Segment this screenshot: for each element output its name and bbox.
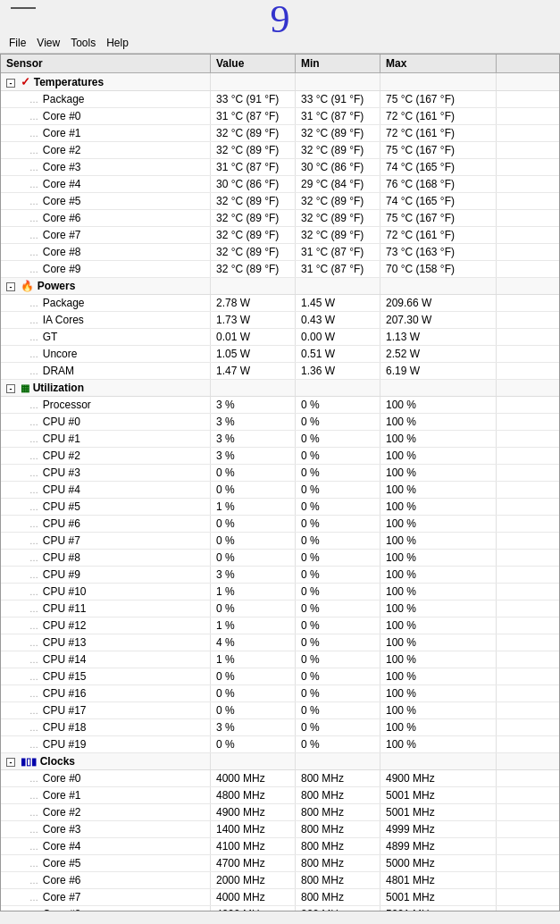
row-value-temperatures-6: 32 °C (89 °F): [211, 193, 296, 209]
tree-dots: …: [29, 180, 43, 189]
row-sensor-utilization-10: … CPU #9: [1, 567, 211, 583]
table-row: … Core #0 31 °C (87 °F) 31 °C (87 °F) 72…: [1, 108, 559, 125]
row-value-utilization-14: 4 %: [211, 634, 296, 651]
col-value: Value: [211, 55, 296, 72]
section-label-temperatures[interactable]: - ✓ Temperatures: [1, 73, 211, 90]
row-sensor-utilization-3: … CPU #2: [1, 448, 211, 464]
row-max-utilization-4: 100 %: [380, 465, 497, 481]
menu-file[interactable]: File: [4, 35, 31, 51]
tree-dots: …: [29, 417, 43, 427]
table-row: … CPU #5 1 % 0 % 100 %: [1, 499, 559, 516]
table-row: … CPU #13 4 % 0 % 100 %: [1, 634, 559, 651]
table-row: … Core #4 30 °C (86 °F) 29 °C (84 °F) 76…: [1, 176, 559, 193]
col-sensor: Sensor: [1, 55, 211, 72]
row-min-clocks-7: 800 MHz: [296, 889, 380, 905]
row-value-utilization-11: 1 %: [211, 584, 296, 600]
collapse-icon-powers[interactable]: -: [6, 282, 15, 291]
row-min-utilization-5: 0 %: [296, 482, 380, 498]
row-sensor-clocks-0: … Core #0: [1, 770, 211, 786]
table-row: … Core #7 4000 MHz 800 MHz 5001 MHz: [1, 889, 559, 906]
tree-dots: …: [29, 298, 43, 308]
row-sensor-utilization-6: … CPU #5: [1, 499, 211, 515]
row-value-utilization-17: 0 %: [211, 685, 296, 701]
section-max-powers: [380, 278, 497, 294]
section-label-clocks[interactable]: - ▮▯▮ Clocks: [1, 753, 211, 769]
row-max-utilization-5: 100 %: [380, 482, 497, 498]
tree-dots: …: [29, 655, 43, 665]
table-row: … CPU #6 0 % 0 % 100 %: [1, 516, 559, 533]
table-body[interactable]: - ✓ Temperatures … Package 33 °C (91 °F)…: [1, 73, 559, 911]
row-min-clocks-6: 800 MHz: [296, 872, 380, 888]
row-min-temperatures-6: 32 °C (89 °F): [296, 193, 380, 209]
row-max-temperatures-2: 72 °C (161 °F): [380, 125, 497, 141]
section-header-clocks: - ▮▯▮ Clocks: [1, 753, 559, 770]
tree-dots: …: [29, 231, 43, 240]
row-max-clocks-7: 5001 MHz: [380, 889, 497, 905]
table-row: … Core #2 32 °C (89 °F) 32 °C (89 °F) 75…: [1, 142, 559, 159]
row-sensor-temperatures-9: … Core #8: [1, 244, 211, 260]
row-max-powers-1: 207.30 W: [380, 312, 497, 328]
tree-dots: …: [29, 740, 43, 750]
row-value-powers-4: 1.47 W: [211, 363, 296, 379]
table-row: … CPU #8 0 % 0 % 100 %: [1, 550, 559, 567]
tree-dots: …: [29, 536, 43, 546]
menu-view[interactable]: View: [31, 35, 65, 51]
chip-icon: ▦: [21, 382, 29, 393]
tree-dots: …: [29, 332, 43, 342]
row-min-clocks-2: 800 MHz: [296, 804, 380, 820]
row-min-utilization-15: 0 %: [296, 651, 380, 668]
row-min-clocks-0: 800 MHz: [296, 770, 380, 786]
row-max-powers-0: 209.66 W: [380, 295, 497, 311]
row-max-utilization-12: 100 %: [380, 601, 497, 617]
menu-tools[interactable]: Tools: [65, 35, 101, 51]
table-row: … Core #8 32 °C (89 °F) 31 °C (87 °F) 73…: [1, 244, 559, 261]
table-row: … Core #6 2000 MHz 800 MHz 4801 MHz: [1, 872, 559, 889]
section-label-powers[interactable]: - 🔥 Powers: [1, 278, 211, 294]
table-header: Sensor Value Min Max: [1, 55, 559, 73]
table-row: … Core #3 1400 MHz 800 MHz 4999 MHz: [1, 821, 559, 838]
row-value-utilization-13: 1 %: [211, 617, 296, 634]
section-min-powers: [296, 278, 380, 294]
row-sensor-temperatures-10: … Core #9: [1, 261, 211, 277]
tree-dots: …: [29, 876, 43, 886]
table-row: … Core #5 4700 MHz 800 MHz 5000 MHz: [1, 855, 559, 872]
section-label-utilization[interactable]: - ▦ Utilization: [1, 380, 211, 396]
menu-help[interactable]: Help: [101, 35, 134, 51]
row-sensor-temperatures-3: … Core #2: [1, 142, 211, 158]
row-min-utilization-3: 0 %: [296, 448, 380, 464]
collapse-icon-utilization[interactable]: -: [6, 384, 15, 393]
tree-dots: …: [29, 587, 43, 597]
table-row: … Package 2.78 W 1.45 W 209.66 W: [1, 295, 559, 312]
tree-dots: …: [29, 366, 43, 376]
row-max-utilization-18: 100 %: [380, 702, 497, 718]
tree-dots: …: [29, 689, 43, 699]
row-max-utilization-8: 100 %: [380, 533, 497, 549]
table-row: … GT 0.01 W 0.00 W 1.13 W: [1, 329, 559, 346]
row-sensor-utilization-13: … CPU #12: [1, 617, 211, 634]
tree-dots: …: [29, 706, 43, 716]
row-max-temperatures-6: 74 °C (165 °F): [380, 193, 497, 209]
collapse-icon-clocks[interactable]: -: [6, 758, 15, 767]
table-row: … DRAM 1.47 W 1.36 W 6.19 W: [1, 363, 559, 380]
row-sensor-clocks-7: … Core #7: [1, 889, 211, 905]
row-min-powers-3: 0.51 W: [296, 346, 380, 362]
col-min: Min: [296, 55, 380, 72]
row-value-utilization-10: 3 %: [211, 567, 296, 583]
section-value-clocks: [211, 753, 296, 769]
row-sensor-utilization-14: … CPU #13: [1, 634, 211, 651]
row-sensor-utilization-11: … CPU #10: [1, 584, 211, 600]
row-sensor-utilization-9: … CPU #8: [1, 550, 211, 566]
row-value-powers-1: 1.73 W: [211, 312, 296, 328]
row-sensor-utilization-1: … CPU #0: [1, 414, 211, 430]
row-max-clocks-5: 5000 MHz: [380, 855, 497, 871]
tree-dots: …: [29, 825, 43, 835]
row-min-temperatures-2: 32 °C (89 °F): [296, 125, 380, 141]
table-row: … Core #7 32 °C (89 °F) 32 °C (89 °F) 72…: [1, 227, 559, 244]
table-row: … CPU #17 0 % 0 % 100 %: [1, 702, 559, 719]
row-value-temperatures-7: 32 °C (89 °F): [211, 210, 296, 226]
row-value-utilization-1: 3 %: [211, 414, 296, 430]
collapse-icon-temperatures[interactable]: -: [6, 79, 15, 88]
section-value-temperatures: [211, 73, 296, 90]
row-min-utilization-7: 0 %: [296, 516, 380, 532]
tree-dots: …: [29, 672, 43, 682]
